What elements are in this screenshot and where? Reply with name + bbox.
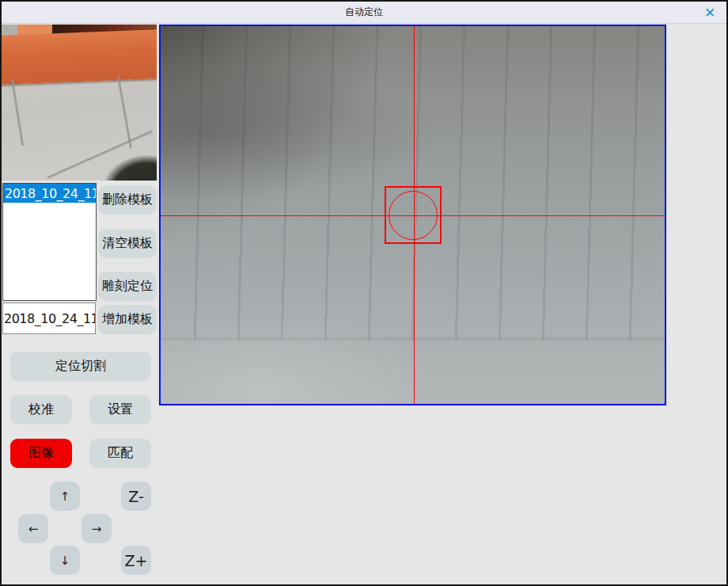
thumb-tile-line: [11, 80, 24, 146]
auto-locate-dialog: 自动定位 ✕ 2018_10_24_11 删除模板 清空模板 雕刻定位 增加模板…: [0, 0, 728, 586]
settings-button[interactable]: 设置: [89, 395, 151, 424]
template-name-input[interactable]: [2, 303, 96, 334]
titlebar: 自动定位 ✕: [2, 2, 726, 24]
camera-view[interactable]: [159, 25, 666, 405]
image-button[interactable]: 图像: [10, 439, 72, 468]
target-circle: [389, 191, 438, 240]
engrave-locate-button[interactable]: 雕刻定位: [98, 272, 157, 301]
add-template-button[interactable]: 增加模板: [98, 305, 157, 334]
template-list-item-selected[interactable]: 2018_10_24_11: [3, 184, 96, 203]
delete-template-button[interactable]: 删除模板: [98, 185, 157, 215]
template-thumbnail: [2, 25, 157, 181]
jog-up-button[interactable]: ↑: [50, 481, 80, 511]
dialog-title: 自动定位: [345, 6, 383, 19]
locate-cut-button[interactable]: 定位切割: [10, 352, 151, 381]
z-minus-button[interactable]: Z-: [121, 481, 151, 511]
close-icon[interactable]: ✕: [700, 3, 720, 22]
clear-templates-button[interactable]: 清空模板: [98, 229, 157, 258]
calibrate-button[interactable]: 校准: [10, 395, 72, 424]
match-button[interactable]: 匹配: [89, 439, 151, 468]
thumb-orange-beam: [2, 29, 157, 85]
z-plus-button[interactable]: Z+: [121, 546, 151, 575]
thumb-dark-blob: [103, 155, 157, 181]
thumb-tile-line: [117, 76, 132, 148]
jog-down-button[interactable]: ↓: [50, 546, 80, 575]
template-list[interactable]: 2018_10_24_11: [2, 183, 97, 301]
jog-right-button[interactable]: →: [82, 514, 112, 543]
jog-left-button[interactable]: ←: [18, 514, 48, 543]
